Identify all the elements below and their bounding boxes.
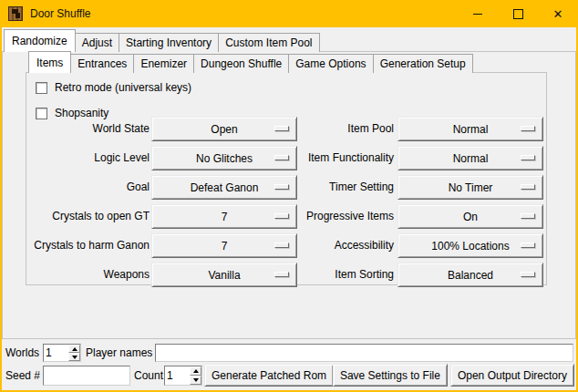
goal-value: Defeat Ganon: [191, 181, 259, 194]
accessibility-value: 100% Locations: [431, 240, 509, 253]
tab-items-label: Items: [36, 57, 63, 69]
weapons-value: Vanilla: [208, 269, 240, 282]
tab-generation-setup[interactable]: Generation Setup: [373, 54, 473, 73]
world-state-dropdown[interactable]: Open: [151, 117, 297, 141]
dropdown-indicator-icon: [521, 213, 535, 219]
accessibility-label: Accessibility: [294, 233, 394, 258]
door-shuffle-window: Door Shuffle ✕ Randomize Adjust Starting…: [0, 0, 578, 392]
accessibility-dropdown[interactable]: 100% Locations: [397, 233, 543, 258]
minimize-button[interactable]: [458, 0, 498, 27]
titlebar: Door Shuffle ✕: [0, 0, 578, 27]
item-sorting-label: Item Sorting: [294, 263, 394, 287]
worlds-spinner[interactable]: [43, 344, 81, 362]
world-state-value: Open: [211, 123, 237, 136]
tab-entrances[interactable]: Entrances: [70, 54, 134, 73]
item-functionality-value: Normal: [453, 152, 489, 165]
worlds-input[interactable]: [44, 345, 68, 361]
dropdown-indicator-icon: [274, 126, 289, 131]
tab-enemizer-label: Enemizer: [140, 57, 187, 70]
tab-starting-inventory-label: Starting Inventory: [126, 36, 212, 49]
retro-mode-checkbox[interactable]: [36, 82, 47, 94]
logic-level-value: No Glitches: [196, 152, 253, 165]
logic-level-dropdown[interactable]: No Glitches: [151, 146, 297, 170]
minimize-icon: [473, 14, 482, 15]
retro-mode-label: Retro mode (universal keys): [55, 81, 191, 94]
crystals-ganon-dropdown[interactable]: 7: [151, 233, 297, 258]
count-spin-up-button[interactable]: [190, 366, 201, 376]
tab-game-options-label: Game Options: [295, 57, 366, 70]
close-icon: ✕: [553, 8, 563, 20]
timer-setting-value: No Timer: [449, 181, 493, 194]
tab-custom-item-pool-label: Custom Item Pool: [225, 36, 312, 49]
arrow-up-icon: [193, 369, 199, 373]
tab-custom-item-pool[interactable]: Custom Item Pool: [218, 33, 319, 52]
player-names-label: Player names: [86, 346, 152, 359]
crystals-ganon-label: Crystals to harm Ganon: [20, 233, 150, 258]
tab-randomize[interactable]: Randomize: [4, 29, 76, 52]
item-pool-value: Normal: [453, 123, 489, 136]
weapons-dropdown[interactable]: Vanilla: [151, 263, 297, 287]
goal-dropdown[interactable]: Defeat Ganon: [151, 175, 297, 200]
weapons-label: Weapons: [20, 263, 150, 287]
crystals-ganon-value: 7: [222, 240, 228, 253]
dropdown-indicator-icon: [521, 242, 535, 248]
tab-adjust[interactable]: Adjust: [75, 33, 119, 52]
tab-enemizer[interactable]: Enemizer: [133, 54, 194, 73]
tab-entrances-label: Entrances: [77, 57, 127, 70]
bottom-right-buttons: Save Settings to File Open Output Direct…: [333, 364, 574, 387]
item-sorting-value: Balanced: [448, 269, 493, 282]
worlds-label: Worlds: [5, 346, 39, 359]
dropdown-indicator-icon: [274, 272, 289, 277]
crystals-gt-dropdown[interactable]: 7: [151, 204, 297, 229]
maximize-icon: [513, 9, 523, 19]
generate-patched-rom-button[interactable]: Generate Patched Rom: [204, 364, 334, 387]
arrow-down-icon: [193, 378, 199, 382]
tab-adjust-label: Adjust: [82, 36, 112, 49]
door-icon: [8, 6, 23, 21]
tab-game-options[interactable]: Game Options: [288, 54, 373, 73]
arrow-down-icon: [72, 356, 77, 359]
worlds-spin-up-button[interactable]: [68, 345, 80, 353]
progressive-items-dropdown[interactable]: On: [397, 204, 543, 229]
count-spin-down-button[interactable]: [190, 376, 201, 385]
dropdown-indicator-icon: [521, 155, 535, 160]
logic-level-label: Logic Level: [20, 146, 150, 170]
dropdown-indicator-icon: [521, 126, 535, 131]
timer-setting-label: Timer Setting: [294, 175, 394, 200]
tab-randomize-label: Randomize: [12, 35, 67, 47]
tab-generation-setup-label: Generation Setup: [380, 57, 466, 70]
item-functionality-label: Item Functionality: [294, 146, 394, 170]
world-state-label: World State: [20, 117, 150, 141]
crystals-gt-label: Crystals to open GT: [20, 204, 150, 229]
tab-dungeon-shuffle[interactable]: Dungeon Shuffle: [193, 54, 289, 73]
worlds-spin-down-button[interactable]: [68, 353, 80, 361]
save-settings-button[interactable]: Save Settings to File: [333, 364, 448, 387]
maximize-button[interactable]: [498, 0, 538, 27]
count-input[interactable]: [165, 366, 190, 385]
items-tab-bar: Items Entrances Enemizer Dungeon Shuffle…: [28, 51, 472, 73]
seed-label: Seed #: [5, 369, 40, 382]
arrow-up-icon: [72, 347, 77, 351]
count-label: Count: [134, 369, 163, 382]
item-sorting-dropdown[interactable]: Balanced: [397, 263, 543, 287]
item-pool-dropdown[interactable]: Normal: [397, 117, 543, 141]
dropdown-indicator-icon: [274, 213, 289, 219]
open-output-directory-button[interactable]: Open Output Directory: [450, 364, 574, 387]
close-button[interactable]: ✕: [538, 0, 578, 27]
item-pool-label: Item Pool: [294, 117, 394, 141]
tab-starting-inventory[interactable]: Starting Inventory: [119, 33, 219, 52]
progressive-items-value: On: [463, 211, 478, 223]
tab-dungeon-shuffle-label: Dungeon Shuffle: [201, 57, 282, 70]
player-names-input[interactable]: [155, 344, 573, 362]
crystals-gt-value: 7: [222, 211, 228, 223]
item-functionality-dropdown[interactable]: Normal: [397, 146, 543, 170]
timer-setting-dropdown[interactable]: No Timer: [397, 175, 543, 200]
tab-items[interactable]: Items: [28, 51, 71, 73]
seed-input[interactable]: [43, 366, 130, 386]
dropdown-indicator-icon: [274, 155, 289, 160]
progressive-items-label: Progressive Items: [294, 204, 394, 229]
count-spinner[interactable]: [164, 366, 202, 386]
window-title: Door Shuffle: [30, 0, 91, 27]
main-tab-bar: Randomize Adjust Starting Inventory Cust…: [4, 29, 319, 52]
dropdown-indicator-icon: [521, 184, 535, 190]
